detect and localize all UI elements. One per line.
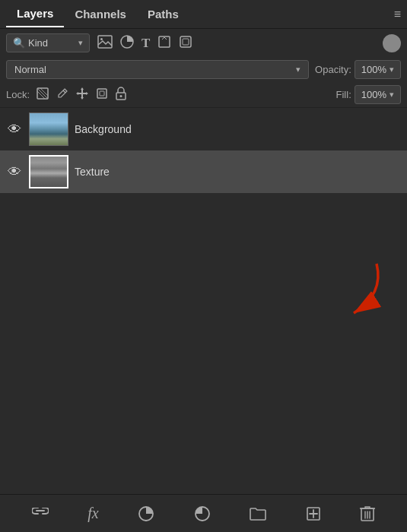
blend-mode-chevron-icon: ▾: [296, 65, 300, 74]
layer-fx-icon[interactable]: fx: [87, 505, 98, 522]
bottom-toolbar: fx: [0, 494, 407, 532]
lock-label: Lock:: [6, 89, 30, 100]
blend-row: Normal ▾ Opacity: 100% ▾: [0, 57, 407, 82]
lock-position-icon[interactable]: [75, 87, 89, 103]
svg-rect-0: [98, 36, 112, 48]
layer-item-background[interactable]: 👁 Background: [0, 108, 407, 150]
svg-rect-7: [97, 89, 107, 98]
layer-name-texture: Texture: [75, 166, 401, 178]
tab-paths[interactable]: Paths: [137, 2, 189, 27]
opacity-select[interactable]: 100% ▾: [355, 60, 401, 79]
search-icon: 🔍: [13, 37, 25, 49]
lock-paint-icon[interactable]: [56, 87, 69, 103]
tab-channels[interactable]: Channels: [64, 2, 137, 27]
delete-layer-icon[interactable]: [360, 505, 375, 522]
layer-visibility-texture[interactable]: 👁: [6, 164, 23, 180]
opacity-group: Opacity: 100% ▾: [315, 60, 401, 79]
fill-chevron-icon: ▾: [390, 90, 394, 100]
filter-row: 🔍 Kind ▾ T: [0, 29, 407, 57]
add-adjustment-icon[interactable]: [138, 505, 154, 522]
svg-rect-3: [159, 36, 170, 47]
text-filter-icon[interactable]: T: [141, 36, 150, 51]
filter-toggle[interactable]: [383, 34, 401, 52]
layer-thumb-background: [29, 112, 68, 146]
shape-filter-icon[interactable]: [157, 35, 171, 52]
arrow-annotation: [323, 256, 384, 317]
adjustment-filter-icon[interactable]: [120, 35, 134, 52]
layers-list: 👁 Background 👁 Texture: [0, 108, 407, 193]
fill-select[interactable]: 100% ▾: [355, 85, 401, 104]
image-filter-icon[interactable]: [97, 35, 113, 52]
layer-visibility-background[interactable]: 👁: [6, 122, 23, 138]
layer-name-background: Background: [75, 123, 401, 135]
lock-all-icon[interactable]: [115, 87, 127, 103]
fill-value: 100%: [361, 89, 386, 100]
layer-item-texture[interactable]: 👁 Texture: [0, 150, 407, 193]
tab-layers[interactable]: Layers: [6, 1, 64, 27]
layer-style-icon[interactable]: [194, 505, 211, 522]
kind-filter-select[interactable]: 🔍 Kind ▾: [6, 33, 90, 52]
kind-label: Kind: [28, 37, 75, 49]
opacity-label: Opacity:: [315, 64, 351, 75]
svg-rect-8: [100, 91, 104, 96]
blend-mode-select[interactable]: Normal ▾: [6, 60, 309, 79]
svg-point-10: [120, 95, 122, 97]
lock-artboard-icon[interactable]: [95, 87, 109, 103]
lock-row: Lock: Fill: 10: [0, 82, 407, 108]
svg-rect-5: [183, 39, 189, 45]
svg-rect-4: [180, 36, 191, 47]
lock-icons-group: [36, 87, 127, 103]
layers-panel: Layers Channels Paths ≡ 🔍 Kind ▾ T: [0, 0, 407, 532]
blend-mode-label: Normal: [14, 64, 296, 75]
lock-transparent-icon[interactable]: [36, 87, 49, 103]
new-layer-icon[interactable]: [306, 506, 321, 521]
layers-list-area: 👁 Background 👁 Texture: [0, 108, 407, 494]
layer-thumb-texture: [29, 155, 68, 188]
opacity-chevron-icon: ▾: [390, 65, 394, 74]
fill-group: Fill: 100% ▾: [336, 85, 401, 104]
svg-point-1: [100, 38, 103, 40]
fill-label: Fill:: [336, 89, 351, 100]
smart-filter-icon[interactable]: [179, 35, 192, 52]
opacity-value: 100%: [361, 64, 386, 75]
tab-bar: Layers Channels Paths ≡: [0, 0, 407, 29]
panel-menu-icon[interactable]: ≡: [394, 8, 401, 21]
new-group-icon[interactable]: [250, 507, 266, 521]
link-layers-icon[interactable]: [32, 508, 49, 520]
kind-chevron-icon: ▾: [78, 38, 83, 48]
filter-icons-group: T: [97, 35, 192, 52]
